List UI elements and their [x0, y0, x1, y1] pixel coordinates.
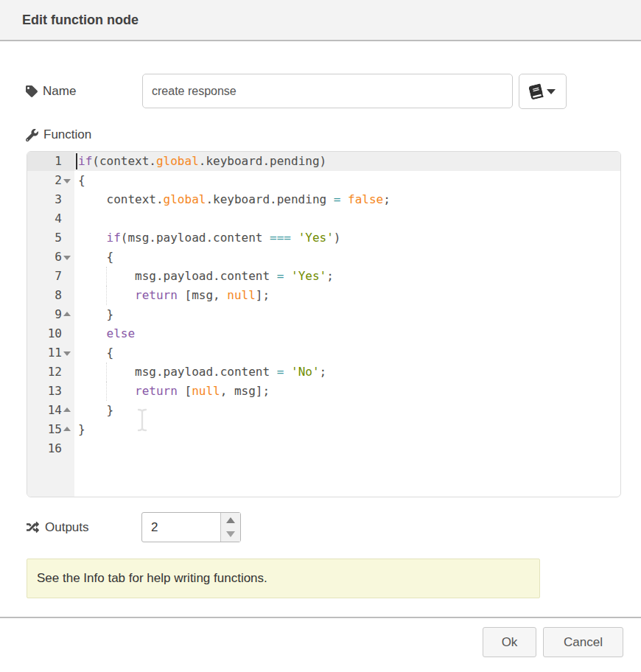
- code-line[interactable]: 12 msg.payload.content = 'No';: [27, 363, 620, 382]
- fold-up-icon[interactable]: [63, 312, 71, 316]
- code-text[interactable]: }: [74, 420, 620, 439]
- indent-guide: [106, 286, 107, 305]
- cancel-button[interactable]: Cancel: [543, 627, 623, 657]
- caret-up-icon: [226, 517, 235, 523]
- fold-down-icon[interactable]: [63, 256, 71, 260]
- gutter-line-number: 2: [27, 171, 74, 190]
- code-line[interactable]: 7 msg.payload.content = 'Yes';: [27, 267, 620, 286]
- gutter-line-number: 15: [27, 420, 74, 439]
- fold-up-icon[interactable]: [63, 407, 71, 412]
- code-line[interactable]: 10 else: [27, 324, 620, 343]
- mouse-text-cursor: [136, 407, 149, 438]
- fold-down-icon[interactable]: [63, 179, 71, 183]
- code-text[interactable]: {: [74, 248, 620, 267]
- code-line[interactable]: 13 return [null, msg];: [27, 382, 620, 401]
- code-line[interactable]: 6 {: [27, 248, 620, 267]
- dialog-header: Edit function node: [0, 0, 641, 41]
- dialog-title: Edit function node: [22, 0, 139, 40]
- code-line[interactable]: 8 return [msg, null];: [27, 286, 620, 305]
- spinner-down-button[interactable]: [221, 528, 240, 542]
- tag-icon: [26, 85, 38, 97]
- form-tip: See the Info tab for help writing functi…: [27, 559, 540, 598]
- gutter-line-number: 14: [27, 401, 74, 420]
- editor-caret: [76, 153, 77, 169]
- gutter-line-number: 3: [27, 190, 74, 209]
- outputs-spinner: [141, 512, 241, 542]
- code-text[interactable]: [74, 439, 620, 458]
- outputs-label: Outputs: [26, 512, 89, 542]
- gutter-line-number: 10: [27, 324, 74, 343]
- name-label-text: Name: [43, 84, 76, 99]
- code-text[interactable]: return [msg, null];: [74, 286, 620, 305]
- library-button[interactable]: [519, 74, 567, 109]
- gutter-line-number: 5: [27, 228, 74, 248]
- code-line[interactable]: 2{: [27, 171, 620, 190]
- code-rows: 1if(context.global.keyboard.pending)2{3 …: [27, 152, 620, 458]
- outputs-input[interactable]: [142, 513, 220, 542]
- gutter-line-number: 12: [27, 363, 74, 382]
- ok-button[interactable]: Ok: [483, 627, 536, 657]
- code-line[interactable]: 5 if(msg.payload.content === 'Yes'): [27, 228, 620, 248]
- function-code-editor[interactable]: 1if(context.global.keyboard.pending)2{3 …: [27, 151, 621, 497]
- fold-up-icon[interactable]: [63, 427, 71, 431]
- spinner-buttons: [220, 513, 240, 542]
- spinner-up-button[interactable]: [221, 513, 240, 528]
- caret-down-icon: [547, 89, 556, 94]
- caret-down-icon: [226, 531, 235, 537]
- code-line[interactable]: 9 }: [27, 305, 620, 324]
- gutter-line-number: 13: [27, 382, 74, 401]
- code-line[interactable]: 11 {: [27, 343, 620, 363]
- gutter-line-number: 4: [27, 209, 74, 228]
- code-line[interactable]: 3 context.global.keyboard.pending = fals…: [27, 190, 620, 209]
- code-text[interactable]: msg.payload.content = 'No';: [74, 363, 620, 382]
- code-text[interactable]: {: [74, 171, 620, 190]
- indent-guide: [106, 267, 107, 286]
- fold-down-icon[interactable]: [63, 351, 71, 356]
- book-icon: [530, 85, 542, 99]
- gutter-line-number: 11: [27, 343, 74, 363]
- indent-guide: [106, 382, 107, 401]
- gutter-line-number: 8: [27, 286, 74, 305]
- footer-divider: [0, 617, 641, 618]
- code-text[interactable]: msg.payload.content = 'Yes';: [74, 267, 620, 286]
- code-text[interactable]: if(context.global.keyboard.pending): [74, 152, 620, 171]
- wrench-icon: [26, 129, 38, 141]
- gutter-line-number: 7: [27, 267, 74, 286]
- code-line[interactable]: 15}: [27, 420, 620, 439]
- gutter-line-number: 1: [27, 152, 74, 171]
- code-text[interactable]: }: [74, 401, 620, 420]
- code-text[interactable]: return [null, msg];: [74, 382, 620, 401]
- form-tip-text: See the Info tab for help writing functi…: [37, 571, 267, 586]
- gutter-line-number: 16: [27, 439, 74, 458]
- outputs-label-text: Outputs: [45, 520, 89, 535]
- code-text[interactable]: if(msg.payload.content === 'Yes'): [74, 228, 620, 248]
- code-line[interactable]: 16: [27, 439, 620, 458]
- code-text[interactable]: [74, 209, 620, 228]
- gutter-line-number: 9: [27, 305, 74, 324]
- indent-guide: [106, 363, 107, 382]
- code-text[interactable]: context.global.keyboard.pending = false;: [74, 190, 620, 209]
- code-line[interactable]: 4: [27, 209, 620, 228]
- function-label: Function: [26, 124, 91, 146]
- function-label-text: Function: [43, 127, 91, 142]
- name-label: Name: [26, 74, 76, 108]
- code-text[interactable]: {: [74, 343, 620, 363]
- code-line[interactable]: 14 }: [27, 401, 620, 420]
- shuffle-icon: [26, 521, 40, 533]
- gutter-line-number: 6: [27, 248, 74, 267]
- code-text[interactable]: else: [74, 324, 620, 343]
- name-input[interactable]: [142, 74, 513, 108]
- code-line[interactable]: 1if(context.global.keyboard.pending): [27, 152, 620, 171]
- code-text[interactable]: }: [74, 305, 620, 324]
